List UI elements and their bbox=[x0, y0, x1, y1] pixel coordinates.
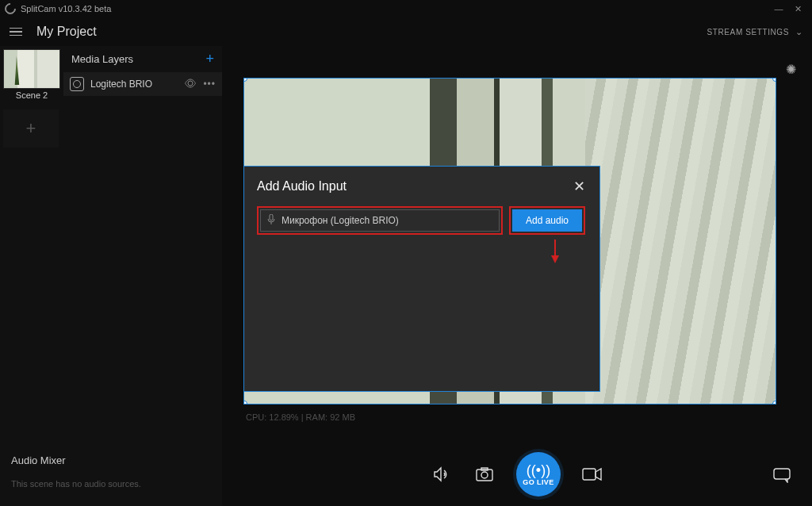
modal-close-button[interactable]: ✕ bbox=[573, 178, 585, 195]
svg-rect-6 bbox=[583, 469, 596, 480]
audio-mixer-header: Audio Mixer bbox=[0, 447, 222, 471]
media-layers-title: Media Layers bbox=[71, 53, 133, 65]
app-logo-icon bbox=[2, 1, 18, 17]
scenes-row: Scene 2 Media Layers + Logitech BRIO ••• bbox=[0, 46, 222, 103]
window-title: SplitCam v10.3.42 beta bbox=[21, 4, 769, 13]
add-audio-button[interactable]: Add audio bbox=[512, 209, 582, 232]
resize-handle-tl[interactable] bbox=[243, 78, 247, 82]
chat-icon[interactable] bbox=[772, 467, 791, 487]
record-icon[interactable] bbox=[581, 463, 603, 485]
broadcast-icon: ((•)) bbox=[527, 463, 550, 477]
add-layer-button[interactable]: + bbox=[205, 51, 214, 67]
svg-rect-3 bbox=[477, 470, 492, 481]
layer-name: Logitech BRIO bbox=[90, 79, 152, 90]
speaker-icon[interactable] bbox=[431, 463, 453, 485]
menu-button[interactable] bbox=[10, 28, 22, 36]
system-stats: CPU: 12.89% | RAM: 92 MB bbox=[246, 412, 355, 422]
modal-title: Add Audio Input bbox=[257, 179, 347, 194]
chevron-down-icon[interactable]: ⌄ bbox=[795, 27, 802, 37]
camera-icon bbox=[70, 77, 84, 91]
plus-icon: + bbox=[26, 118, 36, 139]
app-header: My Project STREAM SETTINGS ⌄ bbox=[0, 17, 812, 46]
minimize-button[interactable]: — bbox=[769, 4, 788, 13]
scene-label: Scene 2 bbox=[0, 90, 63, 100]
audio-device-name: Микрофон (Logitech BRIO) bbox=[282, 215, 399, 226]
audio-mixer-empty-text: This scene has no audio sources. bbox=[0, 471, 222, 506]
microphone-icon bbox=[267, 214, 275, 228]
svg-rect-7 bbox=[774, 469, 790, 479]
svg-point-4 bbox=[481, 472, 488, 478]
add-audio-input-modal: Add Audio Input ✕ Микрофон (Logitech BRI… bbox=[243, 166, 600, 392]
bottom-toolbar: ((•)) GO LIVE bbox=[222, 450, 812, 498]
svg-marker-2 bbox=[551, 255, 559, 263]
preview-area: ✺ Add Audio Input ✕ bbox=[222, 46, 812, 506]
layer-item[interactable]: Logitech BRIO ••• bbox=[63, 72, 222, 96]
visibility-toggle-icon[interactable] bbox=[184, 79, 197, 90]
brightness-icon[interactable]: ✺ bbox=[786, 62, 796, 77]
add-audio-highlight: Add audio bbox=[509, 206, 585, 235]
snapshot-icon[interactable] bbox=[473, 463, 496, 485]
svg-rect-0 bbox=[270, 214, 273, 220]
go-live-button[interactable]: ((•)) GO LIVE bbox=[516, 452, 561, 496]
scene-preview-image bbox=[3, 49, 60, 89]
close-window-button[interactable]: ✕ bbox=[788, 4, 807, 14]
add-scene-button[interactable]: + bbox=[3, 109, 59, 148]
resize-handle-tr[interactable] bbox=[772, 78, 776, 82]
resize-handle-br[interactable] bbox=[772, 401, 776, 404]
project-title: My Project bbox=[36, 25, 707, 39]
annotation-arrow-icon bbox=[549, 238, 561, 263]
media-layers-header: Media Layers + bbox=[63, 46, 222, 72]
stream-settings-button[interactable]: STREAM SETTINGS bbox=[707, 28, 789, 36]
layer-more-icon[interactable]: ••• bbox=[203, 79, 216, 90]
scene-thumbnail[interactable]: Scene 2 bbox=[0, 46, 63, 100]
titlebar: SplitCam v10.3.42 beta — ✕ bbox=[0, 0, 812, 17]
go-live-label: GO LIVE bbox=[523, 478, 553, 486]
main-area: Scene 2 Media Layers + Logitech BRIO ••• bbox=[0, 46, 812, 506]
sidebar: Scene 2 Media Layers + Logitech BRIO ••• bbox=[0, 46, 222, 506]
audio-device-highlight: Микрофон (Logitech BRIO) bbox=[257, 206, 503, 235]
preview-canvas[interactable]: Add Audio Input ✕ Микрофон (Logitech BRI… bbox=[243, 78, 776, 404]
audio-device-select[interactable]: Микрофон (Logitech BRIO) bbox=[260, 209, 500, 232]
resize-handle-bl[interactable] bbox=[243, 401, 247, 404]
